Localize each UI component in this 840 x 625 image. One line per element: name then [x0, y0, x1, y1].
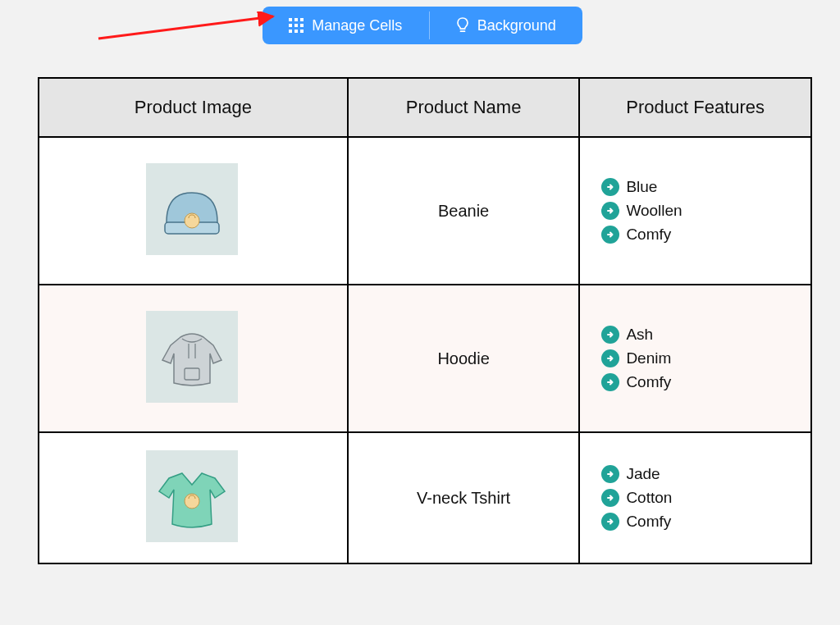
col-header-name: Product Name — [348, 78, 580, 137]
arrow-bullet-icon — [601, 465, 619, 483]
grid-icon — [289, 18, 304, 33]
list-item: Woollen — [601, 202, 810, 220]
arrow-bullet-icon — [601, 513, 619, 531]
feature-label: Ash — [626, 326, 653, 344]
manage-cells-button[interactable]: Manage Cells — [262, 7, 429, 44]
svg-point-16 — [185, 494, 199, 509]
arrow-bullet-icon — [601, 202, 619, 220]
feature-list: Jade Cotton Comfy — [601, 465, 810, 531]
product-name-label: Hoodie — [437, 349, 489, 367]
product-name-cell: Hoodie — [348, 285, 580, 432]
svg-point-12 — [185, 213, 199, 228]
svg-line-10 — [98, 16, 273, 39]
feature-label: Woollen — [626, 203, 682, 220]
arrow-bullet-icon — [601, 489, 619, 507]
product-thumb-vneck — [146, 450, 238, 542]
arrow-bullet-icon — [601, 373, 619, 391]
product-thumb-hoodie — [146, 311, 238, 403]
arrow-bullet-icon — [601, 178, 619, 196]
svg-rect-3 — [289, 24, 292, 27]
table-row: V-neck Tshirt Jade Cotton — [39, 432, 811, 563]
svg-rect-4 — [294, 24, 298, 27]
toolbar: Manage Cells Background — [262, 7, 582, 44]
list-item: Comfy — [601, 226, 810, 244]
feature-label: Comfy — [626, 513, 671, 531]
svg-rect-2 — [300, 18, 304, 21]
arrow-bullet-icon — [601, 349, 619, 367]
list-item: Comfy — [601, 513, 810, 531]
svg-rect-7 — [294, 30, 298, 33]
table-header-row: Product Image Product Name Product Featu… — [39, 78, 811, 137]
svg-rect-8 — [300, 30, 304, 33]
list-item: Comfy — [601, 373, 810, 391]
product-features-cell: Ash Denim Comfy — [579, 285, 811, 432]
list-item: Denim — [601, 349, 810, 367]
list-item: Jade — [601, 465, 810, 483]
svg-rect-5 — [300, 24, 304, 27]
product-features-cell: Jade Cotton Comfy — [579, 432, 811, 563]
background-label: Background — [477, 17, 556, 34]
product-image-cell — [39, 432, 348, 563]
product-image-cell — [39, 285, 348, 432]
arrow-bullet-icon — [601, 326, 619, 344]
product-name-label: Beanie — [438, 202, 489, 220]
feature-label: Comfy — [626, 374, 671, 391]
feature-label: Blue — [626, 179, 657, 196]
col-header-image: Product Image — [39, 78, 348, 137]
product-name-cell: V-neck Tshirt — [348, 432, 580, 563]
arrow-bullet-icon — [601, 226, 619, 244]
background-button[interactable]: Background — [430, 7, 583, 44]
svg-rect-13 — [185, 368, 199, 380]
product-table-wrap: Product Image Product Name Product Featu… — [38, 77, 812, 564]
product-name-cell: Beanie — [348, 137, 580, 285]
svg-rect-0 — [289, 18, 292, 21]
manage-cells-label: Manage Cells — [312, 17, 402, 34]
product-features-cell: Blue Woollen Comfy — [579, 137, 811, 285]
table-row: Beanie Blue Woollen — [39, 137, 811, 285]
feature-list: Ash Denim Comfy — [601, 326, 810, 391]
table-row: Hoodie Ash Denim Co — [39, 285, 811, 432]
feature-label: Cotton — [626, 490, 672, 507]
annotation-arrow-icon — [94, 11, 283, 44]
bulb-icon — [456, 17, 469, 34]
feature-label: Denim — [626, 350, 671, 367]
list-item: Cotton — [601, 489, 810, 507]
feature-label: Comfy — [626, 226, 671, 244]
list-item: Blue — [601, 178, 810, 196]
feature-list: Blue Woollen Comfy — [601, 178, 810, 244]
product-thumb-beanie — [146, 163, 238, 255]
product-image-cell — [39, 137, 348, 285]
product-name-label: V-neck Tshirt — [417, 489, 510, 507]
svg-rect-6 — [289, 30, 292, 33]
product-table: Product Image Product Name Product Featu… — [38, 77, 812, 564]
list-item: Ash — [601, 326, 810, 344]
feature-label: Jade — [626, 466, 660, 483]
col-header-features: Product Features — [579, 78, 811, 137]
svg-rect-1 — [294, 18, 298, 21]
